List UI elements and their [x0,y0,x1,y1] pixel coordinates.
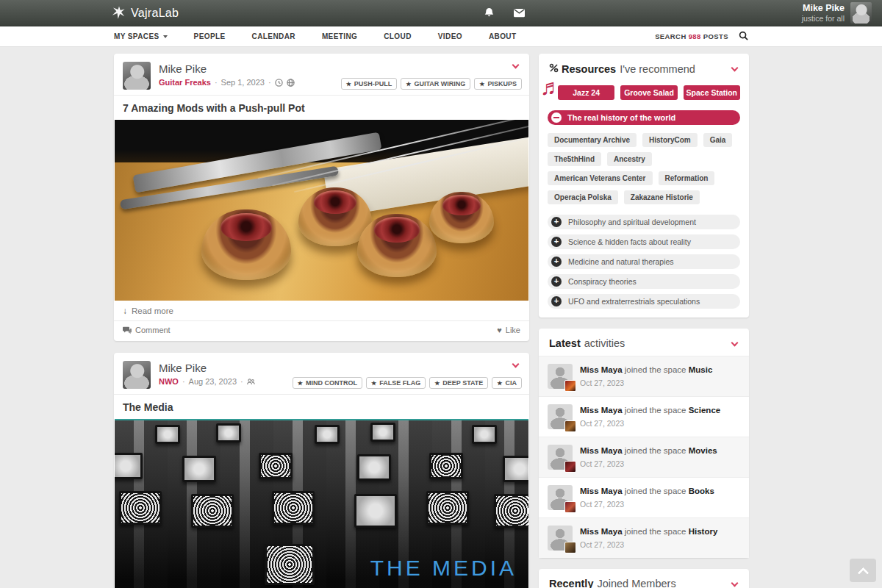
collapse-chevron-icon[interactable] [731,65,739,72]
star-icon: ★ [497,380,502,387]
guitar-knob [429,192,494,243]
minus-circle-icon [551,112,562,123]
post-title: The Media [114,394,529,419]
activity-row[interactable]: Miss Maya joined the space Music Oct 27,… [539,356,749,396]
post-space-link[interactable]: NWO [159,377,179,386]
topic-tag[interactable]: ★PISKUPS [474,78,522,90]
topic-tag[interactable]: ★CIA [492,377,522,389]
tv-head-figure [155,425,180,444]
comment-button[interactable]: Comment [123,326,171,334]
resource-link[interactable]: American Veterans Center [548,171,653,185]
radio-button-groove-salad[interactable]: Groove Salad [620,85,677,100]
post-card-guitar: Mike Pike Guitar Freaks Sep 1, 2023 ★PUS… [114,54,529,341]
post-author-avatar[interactable] [123,361,151,389]
resource-section-collapsed[interactable]: +Medicine and natural therapies [548,254,740,269]
collapse-chevron-icon[interactable] [731,580,739,587]
collapse-chevron-icon[interactable] [731,340,739,347]
post-title: 7 Amazing Mods with a Push-pull Pot [114,95,529,120]
star-icon: ★ [371,380,376,387]
messages-envelope-icon[interactable] [514,7,525,18]
radio-button-space-station[interactable]: Space Station [684,85,740,100]
post-author-avatar[interactable] [123,62,151,90]
space-badge-icon [564,542,576,553]
like-button[interactable]: ♥ Like [497,326,520,334]
globe-icon [287,79,295,87]
nav-cloud[interactable]: CLOUD [384,32,412,40]
activity-date: Oct 27, 2023 [580,418,720,429]
nav-about[interactable]: ABOUT [489,32,517,40]
tv-head-figure [182,456,216,482]
scroll-to-top-button[interactable] [850,559,876,582]
post-count: 988 [689,32,701,40]
tv-head-figure [119,491,162,525]
guitar-knob [357,214,437,277]
resource-link[interactable]: The5thHind [548,152,601,166]
plus-circle-icon: + [551,257,562,267]
resource-section-collapsed[interactable]: +Science & hidden facts about reality [548,234,740,249]
tv-head-figure [259,453,293,479]
radio-button-jazz24[interactable]: Jazz 24 [558,85,614,100]
resource-link[interactable]: Documentary Archive [548,133,637,147]
activity-avatar[interactable] [548,445,573,470]
space-badge-icon [564,461,576,473]
resource-section-collapsed[interactable]: +Conspiracy theories [548,274,740,289]
account-menu[interactable]: Mike Pike justice for all [802,2,872,24]
activity-row[interactable]: Miss Maya joined the space Science Oct 2… [539,396,749,437]
resource-link[interactable]: Gaia [703,133,733,147]
activity-row[interactable]: Miss Maya joined the space Books Oct 27,… [539,477,749,517]
members-panel: Recently Joined Members [539,569,749,588]
nav-meeting[interactable]: MEETING [322,32,357,40]
nav-video[interactable]: VIDEO [438,32,462,40]
activity-avatar[interactable] [548,404,573,429]
activity-date: Oct 27, 2023 [580,378,712,388]
space-badge-icon [564,501,576,513]
nav-calendar[interactable]: CALENDAR [252,32,295,40]
topic-tag[interactable]: ★GUITAR WIRING [401,78,470,90]
heart-icon: ♥ [497,326,502,334]
resource-section-expanded[interactable]: The real history of the world [548,110,740,125]
topic-tag[interactable]: ★MIND CONTROL [293,377,362,389]
activity-row[interactable]: Miss Maya joined the space History Oct 2… [539,517,749,558]
search-posts-link[interactable]: SEARCH 988 POSTS [655,32,728,40]
post-date: Aug 23, 2023 [189,377,237,386]
tv-head-figure [370,423,395,442]
search-icon[interactable] [739,30,748,43]
activity-row[interactable]: Miss Maya joined the space Movies Oct 27… [539,437,749,477]
notifications-bell-icon[interactable] [484,7,495,18]
resources-title: Resources I've recommend [562,63,695,75]
topic-tag[interactable]: ★DEEP STATE [429,377,488,389]
resource-link[interactable]: Ancestry [607,152,652,166]
tv-heads-image: THE MEDIA [115,419,528,588]
activity-avatar[interactable] [548,526,573,551]
read-more-link[interactable]: ↓ Read more [114,301,529,321]
nav-people[interactable]: PEOPLE [194,32,226,40]
activity-avatar[interactable] [548,364,573,389]
resource-link[interactable]: Reformation [659,171,715,185]
topbar-user-avatar[interactable] [850,2,872,24]
activity-date: Oct 27, 2023 [580,499,714,509]
topic-tag[interactable]: ★PUSH-PULL [341,78,398,90]
nav-my-spaces[interactable]: MY SPACES [114,32,168,40]
resource-link[interactable]: Operacja Polska [548,190,618,204]
dot-separator [182,377,185,386]
post-space-link[interactable]: Guitar Freaks [159,78,211,87]
tv-head-figure [357,454,391,481]
members-title: Recently Joined Members [549,578,676,588]
activity-date: Oct 27, 2023 [580,539,717,550]
resource-section-collapsed[interactable]: +UFO and extraterrestrials speculations [548,294,740,309]
tv-head-figure [472,425,497,444]
post-image-guitar[interactable] [115,120,528,301]
post-author-name[interactable]: Mike Pike [123,62,520,75]
topic-tag[interactable]: ★FALSE FLAG [366,377,426,389]
resource-link[interactable]: HistoryCom [642,133,698,147]
top-bar: VajraLab Mike Pike justice for all [0,0,882,26]
post-author-name[interactable]: Mike Pike [123,361,520,374]
resource-section-collapsed[interactable]: +Philosophy and spiritual development [548,215,740,229]
post-image-media[interactable]: THE MEDIA [115,419,528,588]
star-icon: ★ [434,380,440,387]
resource-link[interactable]: Zakazane Historie [624,190,700,204]
activity-avatar[interactable] [548,485,573,510]
dot-separator [240,377,243,386]
app-logo[interactable]: VajraLab [110,4,179,22]
plus-circle-icon: + [551,296,562,306]
